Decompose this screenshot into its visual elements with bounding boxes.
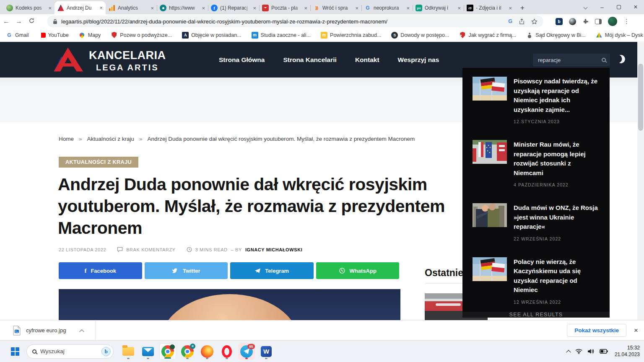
chrome-profile1-button[interactable]	[159, 343, 176, 360]
start-button[interactable]	[7, 343, 23, 360]
extensions-puzzle-icon[interactable]	[582, 18, 589, 25]
nav-wesprzyj-nas[interactable]: Wesprzyj nas	[398, 56, 439, 64]
tab-close-icon[interactable]: ×	[253, 5, 256, 11]
bookmark-jak-wygrac[interactable]: Jak wygrać z firmą...	[459, 32, 516, 39]
breadcrumb-home[interactable]: Home	[59, 136, 74, 142]
share-twitter-button[interactable]: Twitter	[145, 262, 228, 279]
share-facebook-button[interactable]: f Facebook	[59, 262, 142, 279]
site-search-box[interactable]	[533, 54, 610, 66]
tab-google[interactable]: neoprokura ×	[361, 2, 413, 14]
tab-close-icon[interactable]: ×	[99, 5, 103, 10]
bookmark-youtube[interactable]: YouTube	[39, 32, 69, 39]
back-button[interactable]: ←	[0, 18, 13, 25]
minimize-button[interactable]: –	[594, 0, 610, 14]
forward-button[interactable]: →	[13, 18, 25, 25]
share-telegram-button[interactable]: Telegram	[230, 262, 314, 279]
file-explorer-button[interactable]	[120, 343, 137, 360]
wifi-icon[interactable]	[575, 349, 582, 354]
search-icon	[32, 349, 36, 354]
profile-x-badge: ×	[190, 344, 195, 349]
tab-facebook[interactable]: (1) Reparacj ×	[208, 2, 259, 14]
tab-analytics[interactable]: Analytics ×	[106, 2, 157, 14]
tab-andrzej-duda-active[interactable]: Andrzej Du ×	[55, 1, 106, 14]
tray-chevron-icon[interactable]	[566, 350, 571, 354]
tab-close-icon[interactable]: ×	[151, 5, 154, 11]
close-download-bar-icon[interactable]: ×	[634, 326, 638, 335]
download-item[interactable]: cyfrowe euro.jpg	[13, 326, 83, 336]
download-expand-chevron-icon[interactable]	[80, 329, 84, 334]
bookmark-powierzchnia[interactable]: Powierzchnia zabud...	[321, 32, 381, 39]
chrome-profile2-button[interactable]: ×	[179, 343, 196, 360]
taskbar-search[interactable]: Wyszukaj b	[26, 344, 114, 359]
bookmark-dysk[interactable]: Mój dysk – Dysk Go...	[596, 32, 644, 39]
bing-icon[interactable]: b	[101, 347, 111, 356]
bookmark-sad-okregowy[interactable]: Sąd Okręgowy w Bi...	[526, 32, 586, 39]
lega-artis-logo[interactable]	[50, 47, 86, 74]
dark-mode-moon-icon[interactable]	[615, 54, 626, 65]
telegram-button[interactable]: 65	[238, 343, 255, 360]
battery-charging-icon[interactable]	[600, 349, 608, 354]
taskbar-clock[interactable]: 15:32 21.04.2023	[615, 344, 640, 358]
address-bar[interactable]: legaartis.pl/blog/2022/11/22/andrzej-dud…	[47, 16, 543, 27]
tab-kodeks[interactable]: Kodeks pos ×	[3, 2, 55, 14]
share-icon[interactable]	[519, 18, 525, 25]
bookmark-pozew[interactable]: Pozew o podwyższe...	[111, 32, 172, 39]
nav-strona-glowna[interactable]: Strona Główna	[219, 56, 265, 64]
close-window-button[interactable]: ×	[627, 0, 644, 14]
scrollbar-thumb[interactable]	[638, 64, 643, 131]
tab-pexels[interactable]: Odkrywaj i ×	[413, 2, 464, 14]
search-icon[interactable]	[602, 58, 606, 62]
author-name[interactable]: IGNACY MICHAŁOWSKI	[245, 247, 302, 252]
bookmark-gmail[interactable]: Gmail	[6, 32, 29, 39]
reload-button[interactable]	[25, 18, 38, 26]
site-brand[interactable]: KANCELARIA LEGA ARTIS	[89, 49, 166, 72]
google-side-panel-icon[interactable]: G	[508, 18, 512, 24]
tab-close-icon[interactable]: ×	[202, 5, 205, 11]
search-result[interactable]: Minister Rau mówi, że reparacje pomogą l…	[462, 131, 610, 194]
site-search-input[interactable]	[538, 57, 602, 63]
tab-close-icon[interactable]: ×	[509, 5, 512, 11]
word-button[interactable]: W	[258, 343, 275, 360]
navy-extension-icon[interactable]: b	[556, 18, 563, 25]
mail-red-icon	[262, 5, 269, 11]
nav-kontakt[interactable]: Kontakt	[355, 56, 379, 64]
sphere-extension-icon[interactable]	[569, 18, 576, 25]
tab-https[interactable]: https://www ×	[157, 2, 208, 14]
share-label: WhatsApp	[350, 268, 377, 274]
bookmark-objecie[interactable]: Objęcie w posiadan...	[182, 32, 242, 39]
tab-close-icon[interactable]: ×	[48, 5, 52, 11]
result-title: Duda mówi w ONZ, że Rosja »jest winna Uk…	[514, 203, 600, 232]
see-all-results-button[interactable]: SEE ALL RESULTS	[462, 312, 610, 318]
page-scrollbar[interactable]	[637, 42, 644, 320]
comments-count[interactable]: BRAK KOMENTARZY	[126, 247, 176, 252]
share-whatsapp-button[interactable]: WhatsApp	[316, 262, 400, 279]
nav-strona-kancelarii[interactable]: Strona Kancelarii	[283, 56, 337, 64]
tab-wroc[interactable]: Wróć i spra ×	[310, 2, 361, 14]
bookmark-star-icon[interactable]	[531, 18, 538, 25]
search-result[interactable]: Duda mówi w ONZ, że Rosja »jest winna Uk…	[462, 194, 610, 248]
mail-button[interactable]	[140, 343, 156, 360]
tab-close-icon[interactable]: ×	[457, 5, 461, 11]
volume-icon[interactable]	[587, 349, 595, 354]
category-badge[interactable]: AKTUALNOŚCI Z KRAJU	[59, 157, 138, 168]
tab-close-icon[interactable]: ×	[406, 5, 410, 11]
firefox-button[interactable]	[199, 343, 216, 360]
tab-close-icon[interactable]: ×	[355, 5, 358, 11]
maximize-button[interactable]	[610, 0, 627, 14]
search-result[interactable]: Pisowscy nadal twierdzą, że uzyskają rep…	[462, 68, 610, 131]
profile-avatar[interactable]	[608, 17, 617, 26]
bookmark-dowody[interactable]: Dowody w postępo...	[391, 32, 449, 39]
side-panel-icon[interactable]	[595, 19, 602, 24]
breadcrumb-category[interactable]: Aktualności z kraju	[87, 136, 135, 142]
tab-close-icon[interactable]: ×	[304, 5, 307, 11]
browser-menu-icon[interactable]: ⋮	[623, 18, 630, 25]
tab-istock[interactable]: - Zdjęcia i il ×	[464, 2, 515, 14]
opera-button[interactable]	[218, 343, 235, 360]
new-tab-button[interactable]: +	[517, 2, 528, 14]
tab-search-chevron-icon[interactable]	[577, 0, 594, 14]
bookmark-maps[interactable]: Mapy	[79, 32, 101, 39]
show-all-downloads-button[interactable]: Pokaż wszystkie	[567, 324, 626, 337]
search-result[interactable]: Polacy nie wierzą, że Kaczyńskiemu uda s…	[462, 248, 610, 312]
bookmark-studia[interactable]: Studia zaoczne - ali...	[252, 32, 311, 39]
tab-poczta[interactable]: Poczta - pla ×	[259, 2, 310, 14]
